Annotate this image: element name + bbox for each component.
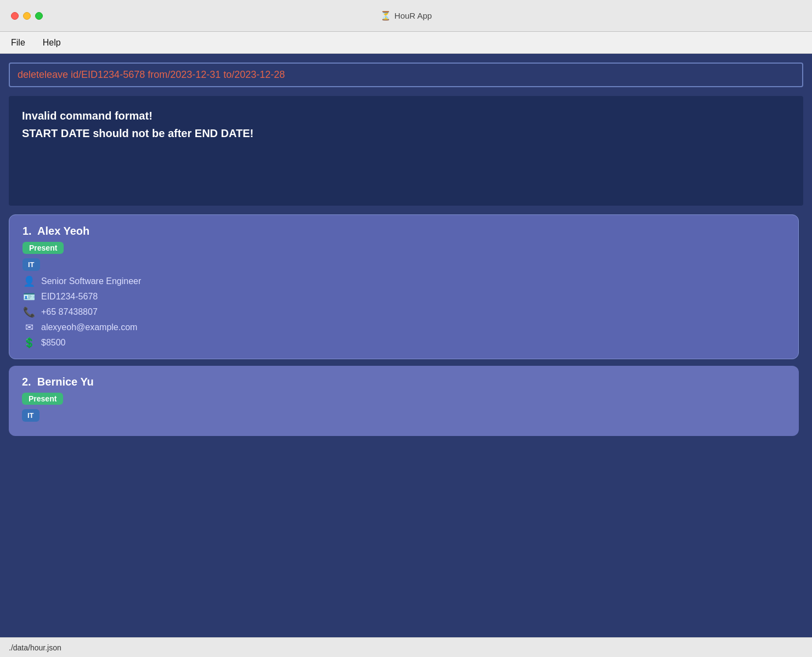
minimize-button[interactable] xyxy=(23,12,31,20)
menu-help[interactable]: Help xyxy=(41,36,63,50)
employee-list[interactable]: 1. Alex Yeoh Present IT 👤 Senior Softwar… xyxy=(9,214,803,628)
employee-name-0: 1. Alex Yeoh xyxy=(22,225,785,237)
status-badge-1: Present xyxy=(22,393,63,405)
dept-badge-0: IT xyxy=(22,258,40,271)
employee-phone-0: 📞 +65 87438807 xyxy=(22,306,785,318)
employee-email-0: ✉ alexyeoh@example.com xyxy=(22,321,785,333)
status-badge-0: Present xyxy=(22,242,64,254)
traffic-lights xyxy=(11,12,43,20)
employee-name-1: 2. Bernice Yu xyxy=(22,376,786,388)
phone-icon-0: 📞 xyxy=(22,306,36,318)
id-icon-0: 🪪 xyxy=(22,291,36,303)
employee-eid-0: 🪪 EID1234-5678 xyxy=(22,291,785,303)
app-name: HouR App xyxy=(394,11,432,20)
output-line-1: Invalid command format! xyxy=(22,107,790,124)
menu-bar: File Help xyxy=(0,32,812,54)
employee-salary-0: 💲 $8500 xyxy=(22,337,785,349)
salary-icon-0: 💲 xyxy=(22,337,36,349)
person-icon-0: 👤 xyxy=(22,275,36,287)
badge-row-1: Present xyxy=(22,393,786,405)
dept-row-0: IT xyxy=(22,258,785,271)
email-icon-0: ✉ xyxy=(22,321,36,333)
dept-badge-1: IT xyxy=(22,409,40,422)
dept-row-1: IT xyxy=(22,409,786,422)
maximize-button[interactable] xyxy=(35,12,43,20)
status-bar: ./data/hour.json xyxy=(0,637,812,657)
main-content: Invalid command format! START DATE shoul… xyxy=(0,54,812,637)
menu-file[interactable]: File xyxy=(9,36,27,50)
employee-role-0: 👤 Senior Software Engineer xyxy=(22,275,785,287)
app-title: ⏳ HouR App xyxy=(380,10,432,21)
command-input[interactable] xyxy=(18,69,794,81)
badge-row-0: Present xyxy=(22,242,785,254)
hourglass-icon: ⏳ xyxy=(380,10,391,21)
output-panel: Invalid command format! START DATE shoul… xyxy=(9,96,803,206)
employee-card-0[interactable]: 1. Alex Yeoh Present IT 👤 Senior Softwar… xyxy=(9,214,799,359)
command-input-container xyxy=(9,63,803,87)
status-path: ./data/hour.json xyxy=(9,643,61,652)
output-line-2: START DATE should not be after END DATE! xyxy=(22,124,790,142)
employee-card-1[interactable]: 2. Bernice Yu Present IT xyxy=(9,366,799,436)
title-bar: ⏳ HouR App xyxy=(0,0,812,32)
close-button[interactable] xyxy=(11,12,19,20)
